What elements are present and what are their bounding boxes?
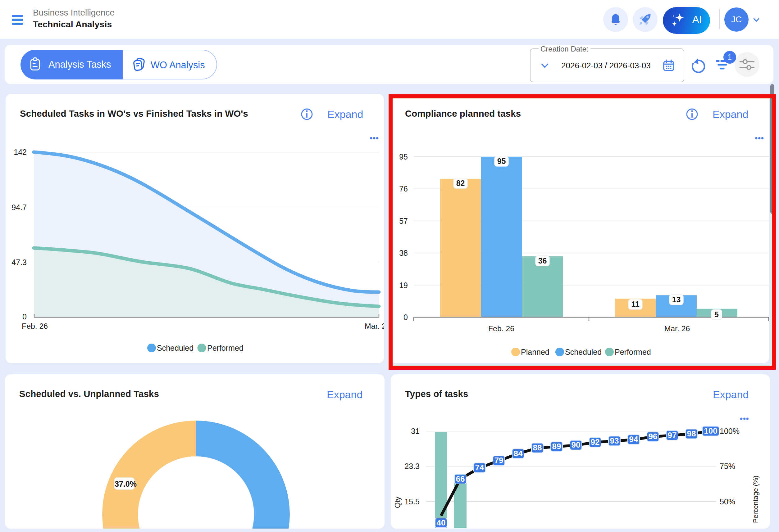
svg-text:Performed: Performed [207, 344, 243, 352]
svg-text:97: 97 [668, 430, 677, 440]
svg-text:100%: 100% [720, 427, 739, 436]
svg-text:88: 88 [533, 443, 542, 452]
svg-text:15.5: 15.5 [404, 497, 420, 506]
svg-text:50%: 50% [720, 497, 735, 506]
svg-text:Mar. 28: Mar. 28 [365, 322, 384, 330]
svg-text:Qty: Qty [393, 496, 402, 508]
svg-text:47.3: 47.3 [11, 258, 27, 267]
svg-text:Scheduled: Scheduled [157, 344, 193, 352]
svg-text:89: 89 [552, 442, 561, 451]
svg-text:Percentage (%): Percentage (%) [752, 475, 760, 523]
svg-text:94.7: 94.7 [11, 203, 27, 212]
svg-text:100: 100 [704, 426, 717, 436]
svg-text:66: 66 [456, 474, 465, 483]
svg-text:92: 92 [591, 437, 600, 447]
svg-text:74: 74 [475, 463, 484, 472]
svg-text:79: 79 [494, 456, 503, 465]
svg-text:94: 94 [629, 435, 638, 444]
svg-text:98: 98 [687, 429, 696, 438]
svg-text:40: 40 [437, 518, 446, 527]
svg-text:93: 93 [610, 436, 619, 446]
svg-text:142: 142 [14, 148, 27, 156]
svg-text:Feb. 26: Feb. 26 [22, 322, 48, 330]
svg-text:31: 31 [411, 427, 420, 436]
svg-text:75%: 75% [720, 462, 735, 471]
svg-text:90: 90 [572, 440, 581, 450]
svg-text:84: 84 [514, 449, 523, 458]
svg-text:0: 0 [22, 312, 27, 321]
svg-text:96: 96 [649, 432, 658, 441]
svg-text:23.3: 23.3 [404, 462, 420, 471]
